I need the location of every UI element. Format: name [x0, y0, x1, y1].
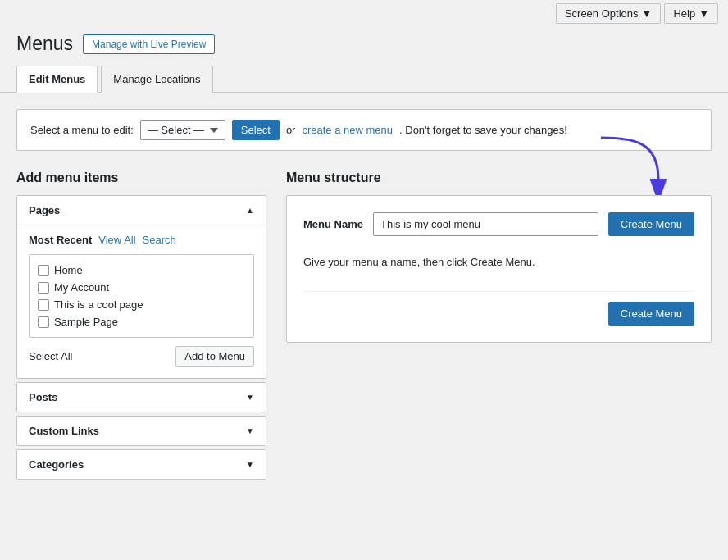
- page-label-home: Home: [54, 264, 83, 276]
- menu-name-input[interactable]: [373, 212, 598, 236]
- tabs-container: Edit Menus Manage Locations: [0, 65, 728, 93]
- categories-collapse-arrow: ▼: [246, 460, 254, 469]
- create-menu-button-bottom[interactable]: Create Menu: [608, 302, 694, 326]
- list-item: My Account: [36, 279, 247, 296]
- tab-edit-menus[interactable]: Edit Menus: [16, 66, 98, 93]
- pages-accordion-title: Pages: [29, 204, 60, 216]
- add-menu-items-title: Add menu items: [16, 171, 266, 185]
- menu-structure-panel: Menu structure Menu Name Crea: [286, 171, 712, 343]
- create-new-menu-link[interactable]: create a new menu: [302, 124, 393, 136]
- help-button[interactable]: Help ▼: [664, 3, 718, 24]
- create-menu-button-top[interactable]: Create Menu: [608, 212, 694, 236]
- select-menu-button[interactable]: Select: [232, 120, 280, 140]
- categories-accordion: Categories ▼: [16, 449, 266, 480]
- list-item: This is a cool page: [36, 296, 247, 313]
- pages-tab-most-recent[interactable]: Most Recent: [29, 234, 92, 246]
- pages-list: Home My Account This is a cool page: [29, 254, 254, 338]
- chevron-down-icon: ▼: [642, 7, 653, 20]
- posts-accordion: Posts ▼: [16, 382, 266, 412]
- posts-collapse-arrow: ▼: [246, 393, 254, 402]
- page-checkbox-sample-page[interactable]: [38, 316, 49, 328]
- pages-sub-tabs: Most Recent View All Search: [29, 234, 254, 246]
- list-item: Home: [36, 262, 247, 279]
- select-menu-bar: Select a menu to edit: — Select — Select…: [16, 109, 712, 151]
- save-reminder: . Don't forget to save your changes!: [399, 124, 567, 136]
- menu-name-label: Menu Name: [303, 218, 363, 230]
- menu-name-row: Menu Name Create Menu: [303, 212, 694, 236]
- posts-accordion-header[interactable]: Posts ▼: [17, 383, 266, 412]
- page-title: Menus: [16, 33, 73, 55]
- page-checkbox-cool-page[interactable]: [38, 299, 49, 311]
- page-header: Menus Manage with Live Preview: [0, 26, 728, 65]
- pages-collapse-arrow: ▲: [246, 206, 254, 215]
- select-all-link[interactable]: Select All: [29, 350, 72, 362]
- or-text: or: [286, 124, 296, 136]
- menu-select-dropdown[interactable]: — Select —: [140, 120, 225, 140]
- menu-footer: Create Menu: [303, 291, 694, 326]
- pages-accordion-body: Most Recent View All Search Home My Acco…: [17, 225, 266, 378]
- top-bar: Screen Options ▼ Help ▼: [0, 0, 728, 26]
- posts-accordion-title: Posts: [29, 391, 57, 403]
- menu-structure-title: Menu structure: [286, 171, 712, 185]
- pages-accordion: Pages ▲ Most Recent View All Search Ho: [16, 195, 266, 379]
- custom-links-accordion-header[interactable]: Custom Links ▼: [17, 417, 266, 445]
- page-label-cool-page: This is a cool page: [54, 298, 143, 311]
- pages-accordion-footer: Select All Add to Menu: [29, 346, 254, 367]
- page-label-my-account: My Account: [54, 281, 109, 294]
- main-content: Select a menu to edit: — Select — Select…: [0, 93, 728, 499]
- two-column-layout: Add menu items Pages ▲ Most Recent View …: [16, 171, 712, 483]
- screen-options-button[interactable]: Screen Options ▼: [556, 3, 661, 24]
- custom-links-collapse-arrow: ▼: [246, 426, 254, 435]
- select-menu-label: Select a menu to edit:: [30, 124, 134, 136]
- custom-links-accordion: Custom Links ▼: [16, 416, 266, 446]
- page-checkbox-my-account[interactable]: [38, 282, 49, 294]
- pages-tab-view-all[interactable]: View All: [98, 234, 135, 246]
- list-item: Sample Page: [36, 313, 247, 330]
- pages-tab-search[interactable]: Search: [143, 234, 176, 246]
- add-to-menu-button[interactable]: Add to Menu: [175, 346, 254, 367]
- add-menu-items-panel: Add menu items Pages ▲ Most Recent View …: [16, 171, 266, 483]
- chevron-down-icon: ▼: [698, 7, 709, 20]
- live-preview-button[interactable]: Manage with Live Preview: [83, 34, 215, 54]
- custom-links-accordion-title: Custom Links: [29, 425, 99, 437]
- tab-manage-locations[interactable]: Manage Locations: [101, 66, 212, 93]
- tabs: Edit Menus Manage Locations: [16, 65, 712, 92]
- menu-hint-text: Give your menu a name, then click Create…: [303, 249, 694, 275]
- categories-accordion-header[interactable]: Categories ▼: [17, 450, 266, 479]
- page-checkbox-home[interactable]: [38, 265, 49, 276]
- categories-accordion-title: Categories: [29, 458, 84, 471]
- help-label: Help: [673, 7, 695, 20]
- pages-accordion-header[interactable]: Pages ▲: [17, 196, 266, 225]
- page-label-sample-page: Sample Page: [54, 316, 118, 328]
- menu-structure-content: Menu Name Create Menu Give your menu a n…: [286, 195, 712, 343]
- screen-options-label: Screen Options: [565, 7, 639, 20]
